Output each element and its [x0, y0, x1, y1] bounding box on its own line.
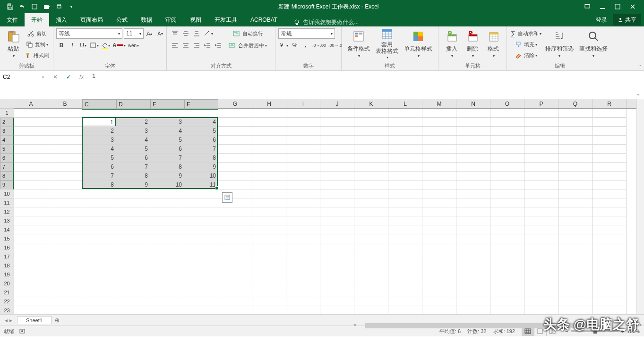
cell[interactable]	[320, 127, 354, 136]
cell[interactable]	[320, 243, 354, 252]
cell[interactable]	[558, 163, 592, 172]
row-header[interactable]: 23	[0, 306, 14, 315]
row-header[interactable]: 2	[0, 118, 14, 127]
cell[interactable]	[218, 145, 252, 154]
cell[interactable]	[150, 297, 184, 306]
row-header[interactable]: 20	[0, 279, 14, 288]
undo-icon[interactable]	[16, 0, 28, 13]
cell[interactable]	[184, 234, 218, 243]
share-button[interactable]: 共享	[613, 14, 641, 26]
cell[interactable]: 8	[150, 163, 184, 172]
cell[interactable]	[456, 216, 490, 225]
cell[interactable]	[388, 172, 422, 180]
underline-button[interactable]: U▾	[78, 40, 88, 51]
cell[interactable]	[422, 109, 456, 118]
cell[interactable]	[184, 243, 218, 252]
cell[interactable]	[456, 198, 490, 207]
cell[interactable]	[422, 172, 456, 180]
cell[interactable]	[150, 189, 184, 198]
cell[interactable]	[252, 172, 286, 180]
cell[interactable]	[116, 189, 150, 198]
cell[interactable]	[116, 297, 150, 306]
cell[interactable]: 7	[116, 163, 150, 172]
accounting-format-icon[interactable]: ¥▾	[278, 40, 289, 51]
cell[interactable]	[252, 154, 286, 163]
cell[interactable]	[218, 261, 252, 270]
cell[interactable]	[320, 297, 354, 306]
cell[interactable]	[524, 297, 558, 306]
cell[interactable]	[524, 163, 558, 172]
cell[interactable]	[558, 109, 592, 118]
row-header[interactable]: 21	[0, 288, 14, 297]
cell[interactable]	[490, 189, 524, 198]
cell[interactable]	[422, 189, 456, 198]
cell[interactable]	[184, 279, 218, 288]
cell[interactable]	[82, 207, 116, 216]
cell[interactable]: 5	[116, 145, 150, 154]
cell[interactable]	[456, 225, 490, 234]
cell[interactable]	[150, 279, 184, 288]
cell[interactable]: 4	[82, 145, 116, 154]
cell[interactable]	[252, 189, 286, 198]
collapse-ribbon-icon[interactable]: ⌃	[638, 64, 642, 69]
cell[interactable]	[48, 207, 82, 216]
cell[interactable]	[354, 252, 388, 261]
cell[interactable]	[558, 145, 592, 154]
cell[interactable]	[388, 109, 422, 118]
cell[interactable]	[14, 306, 48, 315]
cell[interactable]	[14, 172, 48, 180]
border-button[interactable]: ▾	[89, 40, 100, 51]
cell[interactable]	[48, 109, 82, 118]
col-header[interactable]: I	[286, 99, 320, 108]
cell[interactable]	[320, 225, 354, 234]
tab-开发工具[interactable]: 开发工具	[208, 13, 244, 26]
cell[interactable]	[184, 288, 218, 297]
cell[interactable]	[592, 243, 627, 252]
tell-me[interactable]: 告诉我您想要做什么...	[284, 18, 359, 26]
cell[interactable]	[524, 261, 558, 270]
cell[interactable]	[286, 180, 320, 189]
cell[interactable]	[252, 243, 286, 252]
row-header[interactable]: 6	[0, 154, 14, 163]
cell[interactable]: 8	[116, 172, 150, 180]
cell[interactable]	[422, 136, 456, 145]
cell[interactable]	[252, 207, 286, 216]
cell[interactable]	[218, 306, 252, 315]
cell[interactable]	[422, 127, 456, 136]
cell[interactable]	[524, 127, 558, 136]
cell[interactable]	[456, 288, 490, 297]
name-box[interactable]: ▾	[0, 73, 47, 81]
cell[interactable]	[286, 109, 320, 118]
cell[interactable]	[48, 180, 82, 189]
row-header[interactable]: 4	[0, 136, 14, 145]
cell[interactable]	[558, 306, 592, 315]
cell[interactable]	[48, 172, 82, 180]
cell[interactable]	[320, 172, 354, 180]
minimize-icon[interactable]	[595, 0, 610, 13]
cell[interactable]	[592, 180, 627, 189]
cell[interactable]	[490, 261, 524, 270]
cell[interactable]	[48, 243, 82, 252]
col-header[interactable]: D	[116, 99, 150, 110]
col-header[interactable]: B	[48, 99, 82, 108]
cell[interactable]	[252, 109, 286, 118]
cell[interactable]	[116, 279, 150, 288]
orientation-icon[interactable]: ▾	[202, 28, 214, 39]
cell[interactable]: 4	[116, 136, 150, 145]
font-name-select[interactable]: 等线▾	[56, 28, 122, 39]
cell[interactable]	[116, 306, 150, 315]
cell[interactable]	[116, 109, 150, 118]
cell[interactable]: 5	[82, 154, 116, 163]
cell[interactable]	[524, 306, 558, 315]
cell[interactable]	[354, 136, 388, 145]
cell[interactable]	[14, 297, 48, 306]
col-header[interactable]: E	[150, 99, 184, 110]
cell[interactable]	[456, 234, 490, 243]
cell[interactable]	[388, 261, 422, 270]
cell[interactable]	[150, 109, 184, 118]
cell[interactable]	[456, 163, 490, 172]
cell[interactable]	[354, 207, 388, 216]
cell[interactable]	[286, 163, 320, 172]
cell[interactable]	[592, 225, 627, 234]
cell[interactable]	[354, 261, 388, 270]
